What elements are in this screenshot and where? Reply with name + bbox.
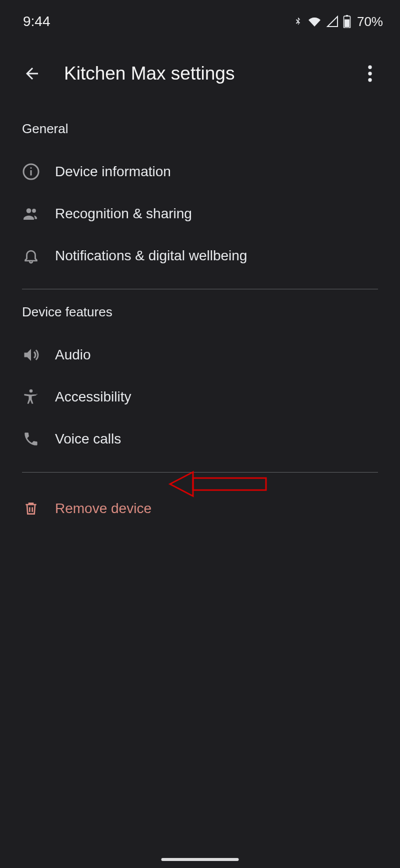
list-item-voice-calls[interactable]: Voice calls bbox=[22, 418, 378, 460]
settings-list: General Device information Recognition &… bbox=[0, 103, 400, 530]
status-bar: 9:44 70% bbox=[0, 0, 400, 34]
status-time: 9:44 bbox=[23, 14, 50, 30]
battery-percentage: 70% bbox=[357, 14, 383, 30]
status-icons: 70% bbox=[293, 14, 383, 30]
app-bar: Kitchen Max settings bbox=[0, 34, 400, 103]
list-item-notifications-wellbeing[interactable]: Notifications & digital wellbeing bbox=[22, 235, 378, 277]
svg-rect-1 bbox=[346, 15, 348, 17]
wifi-icon bbox=[307, 16, 322, 28]
people-icon bbox=[22, 205, 40, 223]
bell-icon bbox=[22, 247, 40, 265]
bluetooth-icon bbox=[293, 15, 303, 29]
phone-icon bbox=[22, 430, 40, 448]
section-header-general: General bbox=[22, 121, 378, 137]
battery-icon bbox=[343, 15, 351, 28]
section-header-device-features: Device features bbox=[22, 304, 378, 320]
svg-point-10 bbox=[32, 209, 36, 213]
svg-rect-2 bbox=[344, 20, 350, 28]
list-item-label: Notifications & digital wellbeing bbox=[55, 248, 247, 264]
divider bbox=[22, 472, 378, 473]
trash-icon bbox=[22, 500, 40, 518]
svg-point-8 bbox=[30, 167, 32, 169]
list-item-label: Remove device bbox=[55, 501, 152, 517]
more-vert-icon bbox=[368, 65, 372, 82]
list-item-device-information[interactable]: Device information bbox=[22, 151, 378, 193]
speaker-icon bbox=[22, 346, 40, 364]
list-item-remove-device[interactable]: Remove device bbox=[22, 488, 378, 530]
home-indicator[interactable] bbox=[162, 858, 239, 861]
svg-point-3 bbox=[368, 66, 372, 69]
list-item-label: Accessibility bbox=[55, 389, 131, 405]
list-item-recognition-sharing[interactable]: Recognition & sharing bbox=[22, 193, 378, 235]
list-item-audio[interactable]: Audio bbox=[22, 334, 378, 376]
list-item-label: Audio bbox=[55, 347, 91, 363]
divider bbox=[22, 289, 378, 289]
list-item-label: Device information bbox=[55, 164, 171, 180]
accessibility-icon bbox=[22, 388, 40, 406]
arrow-back-icon bbox=[23, 65, 41, 83]
cellular-icon bbox=[326, 16, 339, 28]
page-title: Kitchen Max settings bbox=[64, 63, 358, 84]
list-item-accessibility[interactable]: Accessibility bbox=[22, 376, 378, 418]
info-icon bbox=[22, 163, 40, 181]
svg-point-4 bbox=[368, 72, 372, 75]
svg-point-9 bbox=[26, 208, 32, 213]
svg-point-5 bbox=[368, 78, 372, 82]
list-item-label: Voice calls bbox=[55, 431, 121, 447]
more-options-button[interactable] bbox=[358, 62, 382, 86]
back-button[interactable] bbox=[20, 62, 44, 86]
list-item-label: Recognition & sharing bbox=[55, 206, 192, 222]
svg-point-11 bbox=[30, 389, 33, 393]
